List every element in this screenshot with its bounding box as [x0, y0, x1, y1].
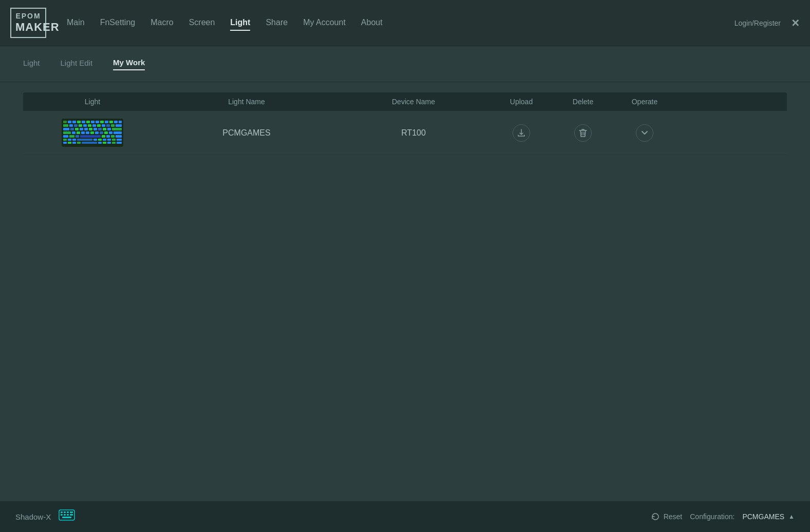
svg-rect-37: [63, 131, 71, 134]
sub-nav: Light Light Edit My Work: [0, 46, 810, 82]
svg-rect-45: [104, 131, 108, 134]
cell-upload: [491, 124, 552, 142]
svg-rect-18: [83, 124, 87, 127]
close-button[interactable]: ✕: [791, 17, 800, 29]
svg-rect-50: [76, 135, 79, 138]
cell-device-name: RT100: [336, 128, 491, 138]
svg-rect-80: [64, 511, 66, 513]
delete-button[interactable]: [574, 124, 592, 142]
svg-rect-29: [80, 128, 83, 130]
nav-macro[interactable]: Macro: [150, 15, 173, 31]
svg-rect-13: [119, 121, 122, 123]
col-upload: Upload: [491, 98, 552, 106]
svg-rect-39: [77, 131, 80, 134]
svg-rect-83: [61, 514, 63, 516]
top-right: Login/Register ✕: [734, 17, 800, 29]
dropdown-arrow-icon: ▲: [788, 513, 795, 520]
nav-fnsetting[interactable]: FnSetting: [100, 15, 135, 31]
reset-button[interactable]: Reset: [651, 512, 683, 521]
svg-rect-65: [117, 139, 122, 141]
svg-rect-54: [111, 135, 115, 138]
svg-rect-11: [109, 121, 113, 123]
svg-rect-1: [63, 121, 67, 123]
nav-light[interactable]: Light: [230, 15, 250, 31]
device-name-text: RT100: [401, 128, 426, 138]
subnav-light-edit[interactable]: Light Edit: [61, 59, 93, 70]
reset-label: Reset: [664, 512, 683, 521]
svg-rect-31: [89, 128, 92, 130]
svg-rect-2: [68, 121, 71, 123]
svg-rect-75: [117, 142, 122, 144]
login-register-link[interactable]: Login/Register: [734, 19, 781, 27]
col-light: Light: [28, 98, 157, 106]
nav-links: Main FnSetting Macro Screen Light Share …: [67, 15, 800, 31]
svg-rect-64: [112, 139, 116, 141]
svg-rect-3: [72, 121, 76, 123]
nav-myaccount[interactable]: My Account: [303, 15, 346, 31]
svg-rect-26: [63, 128, 69, 130]
svg-rect-41: [86, 131, 89, 134]
operate-button[interactable]: [636, 124, 653, 142]
svg-rect-87: [62, 517, 71, 518]
top-nav: EPOM MAKER Main FnSetting Macro Screen L…: [0, 0, 810, 46]
svg-rect-72: [103, 142, 106, 144]
svg-rect-66: [63, 142, 67, 144]
nav-about[interactable]: About: [361, 15, 383, 31]
subnav-light[interactable]: Light: [23, 59, 40, 70]
svg-rect-5: [82, 121, 85, 123]
svg-rect-44: [100, 131, 103, 134]
svg-rect-68: [72, 142, 76, 144]
cell-light-thumb: [28, 119, 157, 147]
keyboard-thumbnail: [62, 119, 123, 147]
keyboard-icon: [59, 509, 75, 524]
bottom-left: Shadow-X: [15, 509, 75, 524]
svg-rect-59: [77, 139, 92, 141]
svg-rect-33: [98, 128, 102, 130]
nav-share[interactable]: Share: [266, 15, 288, 31]
nav-main[interactable]: Main: [67, 15, 85, 31]
svg-rect-8: [96, 121, 99, 123]
upload-button[interactable]: [513, 124, 530, 142]
svg-rect-60: [93, 139, 97, 141]
svg-rect-10: [105, 121, 108, 123]
device-name-label: Shadow-X: [15, 512, 51, 521]
table-area: Light Light Name Device Name Upload Dele…: [0, 82, 810, 165]
svg-rect-69: [77, 142, 81, 144]
svg-rect-62: [103, 139, 106, 141]
svg-rect-32: [93, 128, 97, 130]
nav-screen[interactable]: Screen: [189, 15, 215, 31]
svg-rect-53: [106, 135, 110, 138]
svg-rect-79: [61, 511, 63, 513]
subnav-my-work[interactable]: My Work: [113, 58, 145, 70]
config-value: PCMGAMES: [742, 512, 784, 521]
svg-rect-7: [91, 121, 95, 123]
config-dropdown[interactable]: PCMGAMES ▲: [742, 512, 795, 521]
svg-rect-34: [103, 128, 106, 130]
svg-rect-61: [98, 139, 102, 141]
svg-rect-27: [70, 128, 74, 130]
svg-rect-4: [77, 121, 81, 123]
svg-rect-81: [67, 511, 69, 513]
svg-rect-46: [109, 131, 112, 134]
svg-rect-30: [84, 128, 88, 130]
svg-rect-9: [100, 121, 104, 123]
svg-rect-86: [70, 514, 73, 516]
svg-rect-55: [116, 135, 122, 138]
col-operate: Operate: [614, 98, 675, 106]
svg-rect-47: [114, 131, 122, 134]
svg-rect-82: [70, 511, 73, 513]
svg-rect-14: [63, 124, 68, 127]
col-delete: Delete: [552, 98, 614, 106]
cell-operate: [614, 124, 675, 142]
svg-rect-63: [107, 139, 111, 141]
svg-rect-43: [95, 131, 99, 134]
svg-rect-49: [69, 135, 74, 138]
cell-light-name: PCMGAMES: [157, 128, 336, 138]
svg-rect-52: [102, 135, 105, 138]
app-logo: EPOM MAKER: [10, 8, 46, 38]
bottom-bar: Shadow-X Reset Configuratio: [0, 501, 810, 532]
svg-rect-19: [88, 124, 91, 127]
table-header: Light Light Name Device Name Upload Dele…: [23, 92, 787, 111]
svg-rect-84: [64, 514, 66, 516]
svg-rect-15: [69, 124, 73, 127]
